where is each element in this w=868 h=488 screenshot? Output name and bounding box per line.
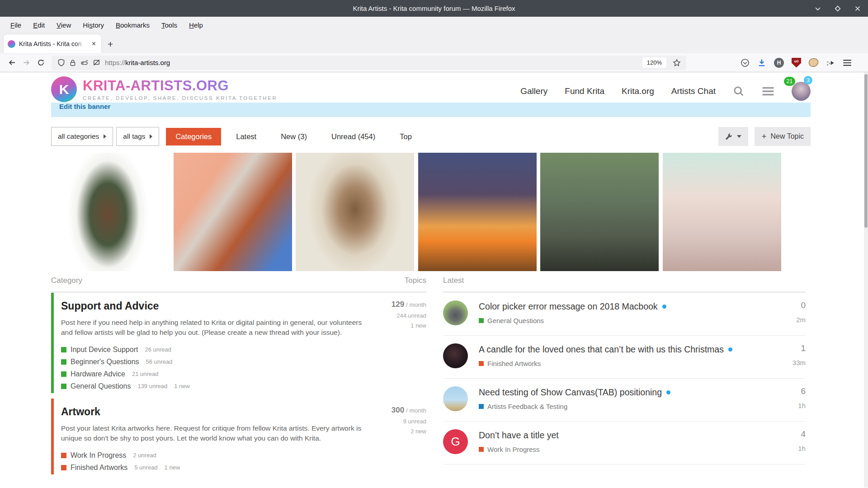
topic-row-no-title-yet[interactable]: G Don’t have a title yet Work In Progres… <box>443 422 806 465</box>
topic-title[interactable]: Don’t have a title yet <box>479 430 559 440</box>
single-file-extension-icon[interactable] <box>826 58 835 67</box>
menu-history[interactable]: History <box>77 21 110 29</box>
extension-h-icon[interactable]: H <box>774 58 784 68</box>
topic-row-color-picker[interactable]: Color picker error message on 2018 Macbo… <box>443 293 806 336</box>
url-text[interactable]: https://krita-artists.org <box>105 59 642 66</box>
topic-avatar[interactable] <box>443 386 468 411</box>
site-header: K KRITA-ARTISTS.ORG CREATE, DEVELOP, SHA… <box>51 76 811 103</box>
tab-top[interactable]: Top <box>390 128 421 145</box>
menu-edit[interactable]: Edit <box>27 21 51 29</box>
close-icon[interactable] <box>854 5 862 13</box>
topic-category[interactable]: General Questions <box>479 317 773 324</box>
artwork-thumbnail[interactable] <box>296 153 414 271</box>
artwork-thumbnail[interactable] <box>51 153 170 271</box>
subcategory-general-questions[interactable]: General Questions 139 unread 1 new <box>61 380 426 392</box>
menu-bookmarks[interactable]: Bookmarks <box>110 21 156 29</box>
subcategory-unread: 21 unread <box>132 371 159 377</box>
topic-title[interactable]: A candle for the loved ones that can’t b… <box>479 344 724 354</box>
nav-link-fund-krita[interactable]: Fund Krita <box>565 86 604 96</box>
ublock-origin-icon[interactable]: uO <box>792 58 801 68</box>
topic-category[interactable]: Work In Progress <box>479 446 773 453</box>
tab-unread[interactable]: Unread (454) <box>322 128 385 145</box>
tags-dropdown[interactable]: all tags <box>116 127 159 146</box>
sidebar-hamburger-icon[interactable] <box>762 86 774 96</box>
tab-new[interactable]: New (3) <box>271 128 316 145</box>
zoom-level-indicator[interactable]: 120% <box>642 57 666 68</box>
blocked-autoplay-icon[interactable] <box>90 57 102 69</box>
pocket-icon[interactable] <box>741 58 750 67</box>
admin-wrench-button[interactable] <box>718 127 748 146</box>
new-count[interactable]: 1 new <box>392 322 426 329</box>
reload-icon[interactable] <box>33 56 48 70</box>
edit-banner-link[interactable]: Edit this banner <box>59 103 110 110</box>
artwork-thumbnail[interactable] <box>418 153 537 271</box>
scrollbar-thumb[interactable] <box>864 74 868 228</box>
window-controls <box>814 0 862 17</box>
tab-categories[interactable]: Categories <box>166 128 221 145</box>
new-tab-button[interactable]: + <box>108 39 113 50</box>
categories-dropdown[interactable]: all categories <box>51 127 113 146</box>
app-menu-hamburger-icon[interactable] <box>843 59 852 67</box>
category-title[interactable]: Support and Advice <box>61 300 426 312</box>
categories-dropdown-label: all categories <box>58 132 99 141</box>
subcategory-input-device-support[interactable]: Input Device Support 26 unread <box>61 343 426 356</box>
bookmark-star-icon[interactable] <box>671 57 683 69</box>
nav-link-artists-chat[interactable]: Artists Chat <box>671 86 716 96</box>
menu-help[interactable]: Help <box>183 21 209 29</box>
nav-link-krita-org[interactable]: Krita.org <box>622 86 654 96</box>
tab-latest[interactable]: Latest <box>226 128 266 145</box>
subcategory-name: Input Device Support <box>71 346 138 354</box>
nav-link-gallery[interactable]: Gallery <box>520 86 547 96</box>
topic-title[interactable]: Need testing of Show Canvas(TAB) positio… <box>479 387 662 397</box>
subcategory-hardware-advice[interactable]: Hardware Advice 21 unread <box>61 368 426 380</box>
topic-row-show-canvas-testing[interactable]: Need testing of Show Canvas(TAB) positio… <box>443 379 806 422</box>
unread-count[interactable]: 9 unread <box>392 418 426 425</box>
unread-count[interactable]: 244 unread <box>392 312 426 319</box>
artwork-thumbnail[interactable] <box>663 153 781 271</box>
menu-view[interactable]: View <box>51 21 77 29</box>
topic-category[interactable]: Finished Artworks <box>479 360 773 367</box>
url-bar[interactable]: https://krita-artists.org 120% <box>52 56 686 70</box>
subcategory-beginners-questions[interactable]: Beginner's Questions 56 unread <box>61 356 426 368</box>
category-color-square <box>479 447 484 452</box>
lock-icon[interactable] <box>67 57 79 69</box>
topic-main: Color picker error message on 2018 Macbo… <box>479 300 773 324</box>
tab-bar: Krita Artists - Krita con × + <box>0 33 868 53</box>
menu-tools[interactable]: Tools <box>156 21 183 29</box>
topic-row-candle-christmas[interactable]: A candle for the loved ones that can’t b… <box>443 336 806 379</box>
caret-down-icon <box>737 135 741 138</box>
maximize-icon[interactable] <box>834 5 842 13</box>
artwork-thumbnail[interactable] <box>540 153 659 271</box>
topic-avatar[interactable] <box>443 300 468 325</box>
per-month-suffix: / month <box>404 301 426 308</box>
topic-title[interactable]: Color picker error message on 2018 Macbo… <box>479 301 658 311</box>
browser-tab-krita-artists[interactable]: Krita Artists - Krita con × <box>4 34 101 53</box>
category-title[interactable]: Artwork <box>61 406 426 418</box>
tracking-shield-icon[interactable] <box>55 57 67 69</box>
page-scrollbar[interactable] <box>864 72 868 488</box>
sketch-extension-icon[interactable] <box>809 58 818 67</box>
subcategory-new: 1 new <box>174 383 190 389</box>
url-protocol: https:// <box>105 59 125 66</box>
user-avatar[interactable]: 21 3 <box>792 82 811 101</box>
subcategory-finished-artworks[interactable]: Finished Artworks 5 unread 1 new <box>61 461 426 474</box>
subcategory-work-in-progress[interactable]: Work In Progress 2 unread <box>61 449 426 461</box>
back-icon[interactable] <box>5 56 19 70</box>
minimize-icon[interactable] <box>814 5 822 13</box>
site-logo[interactable]: K KRITA-ARTISTS.ORG CREATE, DEVELOP, SHA… <box>51 76 277 102</box>
tab-close-icon[interactable]: × <box>90 40 97 48</box>
permissions-toggle-icon[interactable] <box>79 57 90 69</box>
topic-category-name: Work In Progress <box>487 446 540 453</box>
artwork-thumbnail[interactable] <box>174 153 292 271</box>
new-topic-button[interactable]: + New Topic <box>755 127 811 146</box>
topic-avatar[interactable] <box>443 343 468 368</box>
new-count[interactable]: 2 new <box>392 428 426 435</box>
forward-icon[interactable] <box>19 56 33 70</box>
menu-file[interactable]: File <box>5 21 27 29</box>
downloads-icon[interactable] <box>757 58 766 67</box>
subcategory-name: Finished Artworks <box>71 464 127 472</box>
search-icon[interactable] <box>733 85 745 97</box>
topic-avatar-letter[interactable]: G <box>443 429 468 454</box>
category-color-square <box>479 318 484 323</box>
topic-category[interactable]: Artists Feedback & Testing <box>479 403 773 410</box>
